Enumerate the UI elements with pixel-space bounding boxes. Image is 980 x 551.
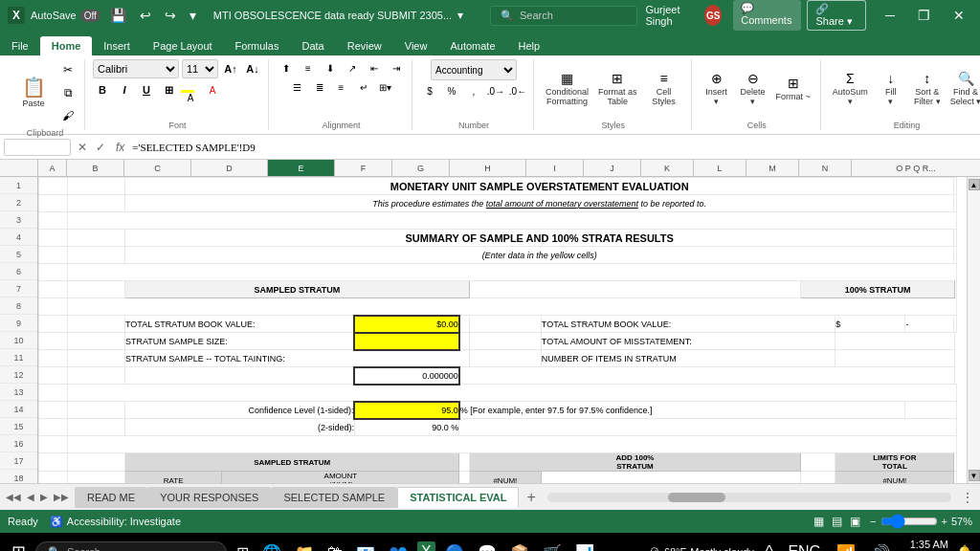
cell-sss-value[interactable] — [354, 333, 458, 350]
cell-b17[interactable] — [68, 453, 125, 472]
cell-rest17[interactable] — [954, 453, 957, 472]
cell-rest15[interactable] — [459, 419, 957, 436]
cell-styles-btn[interactable]: ≡ CellStyles — [643, 70, 685, 108]
cell-rest11[interactable] — [835, 350, 955, 367]
cell-b18[interactable] — [68, 472, 125, 484]
share-btn[interactable]: 🔗 Share ▾ — [807, 0, 866, 31]
sheet-tab-selected[interactable]: SELECTED SAMPLE — [271, 487, 397, 508]
cell-rest13[interactable] — [68, 385, 957, 402]
cell-b11[interactable] — [68, 350, 125, 367]
zoom-out-btn[interactable]: − — [870, 516, 876, 527]
cell-conf-value[interactable]: 95.0 — [354, 402, 458, 419]
cell-a2[interactable] — [39, 195, 68, 212]
find-select-btn[interactable]: 🔍 Find &Select ▾ — [947, 70, 980, 108]
cell-a16[interactable] — [39, 436, 68, 453]
cell-b5[interactable] — [68, 247, 125, 264]
format-as-table-btn[interactable]: ⊞ Format asTable — [594, 70, 641, 108]
conditional-formatting-btn[interactable]: ▦ ConditionalFormatting — [542, 70, 592, 108]
taskbar-explorer-icon[interactable]: 📁 — [291, 540, 318, 552]
cell-a9[interactable] — [39, 316, 68, 333]
taskbar-chrome-icon[interactable]: 🔵 — [441, 540, 468, 552]
align-middle-btn[interactable]: ≡ — [299, 59, 318, 77]
sort-filter-btn[interactable]: ↕ Sort &Filter ▾ — [910, 70, 945, 108]
align-top-btn[interactable]: ⬆ — [277, 59, 296, 77]
format-btn[interactable]: ⊞ Format ~ — [772, 75, 814, 103]
decimal-decrease-btn[interactable]: .0← — [508, 82, 527, 99]
font-color-btn[interactable]: A — [203, 80, 222, 99]
cell-f9[interactable] — [459, 316, 470, 333]
sheet-tab-statistical[interactable]: STATISTICAL EVAL — [397, 487, 519, 508]
sheet-options-btn[interactable]: ⋮ — [955, 490, 980, 505]
cell-b1[interactable] — [68, 178, 125, 195]
cut-btn[interactable]: ✂ — [57, 59, 78, 80]
scroll-up-btn[interactable]: ▲ — [969, 179, 980, 190]
taskbar-amazon-icon[interactable]: 🛒 — [539, 540, 566, 552]
taskbar-notification-btn[interactable]: 🔔 — [956, 544, 972, 551]
cell-a8[interactable] — [39, 298, 68, 316]
cell-a3[interactable] — [39, 212, 68, 230]
restore-btn[interactable]: ❐ — [910, 6, 938, 25]
cell-b2[interactable] — [68, 195, 125, 212]
tab-automate[interactable]: Automate — [438, 36, 506, 55]
sheet-forward-btn[interactable]: ▶ — [38, 490, 50, 504]
cell-a10[interactable] — [39, 333, 68, 350]
cell-a7[interactable] — [39, 281, 68, 298]
taskbar-up-arrow[interactable]: ^ — [762, 540, 777, 551]
taskbar-store-icon[interactable]: 🛍 — [323, 540, 346, 551]
taskbar-teams-icon[interactable]: 👥 — [385, 540, 412, 552]
page-layout-view-btn[interactable]: ▣ — [848, 513, 862, 530]
tab-file[interactable]: File — [0, 36, 40, 55]
cell-i17[interactable] — [801, 453, 835, 472]
cell-b9[interactable] — [68, 316, 125, 333]
taskbar-excel-active-icon[interactable]: X — [417, 541, 435, 551]
tab-formulas[interactable]: Formulas — [224, 36, 291, 55]
comments-btn[interactable]: 💬 Comments — [733, 0, 801, 31]
autosave-toggle[interactable]: Off — [80, 10, 100, 22]
cell-rest18[interactable] — [954, 472, 957, 484]
normal-view-btn[interactable]: ▦ — [812, 513, 826, 530]
taskbar-network-icon[interactable]: 📶 — [833, 540, 859, 552]
number-format-select[interactable]: Accounting — [431, 59, 517, 80]
italic-btn[interactable]: I — [115, 80, 134, 99]
align-right-btn[interactable]: ≡ — [332, 78, 351, 96]
cell-f18[interactable] — [459, 472, 470, 484]
tab-help[interactable]: Help — [507, 36, 552, 55]
sheet-tab-responses[interactable]: YOUR RESPONSES — [147, 487, 271, 508]
scroll-down-btn[interactable]: ▼ — [969, 470, 980, 481]
decrease-font-btn[interactable]: A↓ — [243, 59, 262, 78]
cell-rest8[interactable] — [68, 298, 957, 316]
align-left-btn[interactable]: ☰ — [288, 78, 307, 96]
tab-insert[interactable]: Insert — [92, 36, 142, 55]
cell-b7[interactable] — [68, 281, 125, 298]
wrap-text-btn[interactable]: ↵ — [354, 78, 373, 96]
cell-g9[interactable] — [469, 316, 541, 333]
close-btn[interactable]: ✕ — [946, 6, 972, 25]
underline-btn[interactable]: U — [137, 80, 156, 99]
taskbar-dropbox-icon[interactable]: 📦 — [506, 540, 533, 552]
insert-btn[interactable]: ⊕ Insert▾ — [700, 70, 734, 108]
percent-btn[interactable]: % — [442, 82, 461, 99]
cell-rest5[interactable] — [954, 247, 957, 264]
indent-increase-btn[interactable]: ⇥ — [387, 59, 406, 77]
add-sheet-btn[interactable]: + — [519, 489, 543, 506]
cell-rest6[interactable] — [68, 264, 957, 281]
cell-rest1[interactable] — [954, 178, 957, 195]
cell-a1[interactable] — [39, 178, 68, 195]
comma-btn[interactable]: , — [464, 82, 483, 99]
tab-page-layout[interactable]: Page Layout — [142, 36, 224, 55]
minimize-btn[interactable]: ─ — [878, 6, 902, 25]
bold-btn[interactable]: B — [93, 80, 112, 99]
formula-cancel-btn[interactable]: ✕ — [75, 141, 90, 154]
cell-b15[interactable] — [68, 419, 125, 436]
search-box[interactable]: 🔍 Search — [490, 6, 637, 26]
cell-a17[interactable] — [39, 453, 68, 472]
taskbar-sound-icon[interactable]: 🔊 — [867, 540, 894, 552]
paste-btn[interactable]: 📋 Paste — [11, 76, 56, 110]
tab-view[interactable]: View — [393, 36, 439, 55]
cell-a4[interactable] — [39, 230, 68, 247]
font-family-select[interactable]: Calibri — [93, 59, 179, 78]
cell-rest10[interactable] — [835, 333, 955, 350]
text-direction-btn[interactable]: ↗ — [343, 59, 362, 77]
title-dropdown-icon[interactable]: ▾ — [457, 9, 463, 22]
cell-rest9[interactable] — [954, 316, 957, 333]
